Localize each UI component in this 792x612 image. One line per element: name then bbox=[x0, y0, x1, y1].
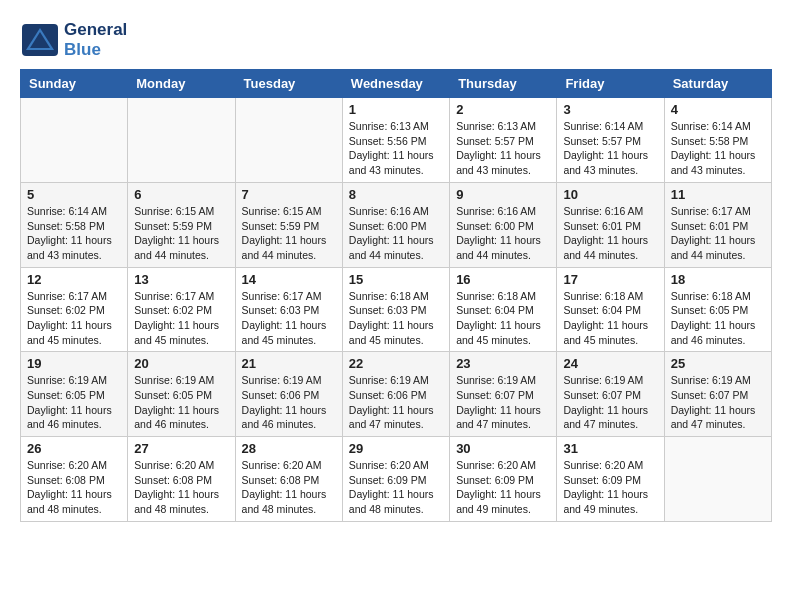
calendar-day-cell: 18Sunrise: 6:18 AM Sunset: 6:05 PM Dayli… bbox=[664, 267, 771, 352]
weekday-header-thursday: Thursday bbox=[450, 70, 557, 98]
day-info: Sunrise: 6:19 AM Sunset: 6:06 PM Dayligh… bbox=[349, 373, 443, 432]
day-number: 12 bbox=[27, 272, 121, 287]
day-info: Sunrise: 6:16 AM Sunset: 6:01 PM Dayligh… bbox=[563, 204, 657, 263]
weekday-header-wednesday: Wednesday bbox=[342, 70, 449, 98]
day-info: Sunrise: 6:20 AM Sunset: 6:08 PM Dayligh… bbox=[242, 458, 336, 517]
weekday-header-row: SundayMondayTuesdayWednesdayThursdayFrid… bbox=[21, 70, 772, 98]
day-number: 29 bbox=[349, 441, 443, 456]
day-info: Sunrise: 6:13 AM Sunset: 5:56 PM Dayligh… bbox=[349, 119, 443, 178]
day-info: Sunrise: 6:15 AM Sunset: 5:59 PM Dayligh… bbox=[134, 204, 228, 263]
logo: General Blue bbox=[20, 20, 127, 59]
calendar-day-cell: 17Sunrise: 6:18 AM Sunset: 6:04 PM Dayli… bbox=[557, 267, 664, 352]
day-info: Sunrise: 6:20 AM Sunset: 6:08 PM Dayligh… bbox=[134, 458, 228, 517]
day-number: 25 bbox=[671, 356, 765, 371]
calendar-day-cell: 10Sunrise: 6:16 AM Sunset: 6:01 PM Dayli… bbox=[557, 182, 664, 267]
calendar-empty-cell bbox=[21, 98, 128, 183]
logo-line1: General bbox=[64, 20, 127, 40]
day-info: Sunrise: 6:17 AM Sunset: 6:03 PM Dayligh… bbox=[242, 289, 336, 348]
day-number: 13 bbox=[134, 272, 228, 287]
calendar-day-cell: 2Sunrise: 6:13 AM Sunset: 5:57 PM Daylig… bbox=[450, 98, 557, 183]
calendar-day-cell: 20Sunrise: 6:19 AM Sunset: 6:05 PM Dayli… bbox=[128, 352, 235, 437]
day-info: Sunrise: 6:18 AM Sunset: 6:04 PM Dayligh… bbox=[456, 289, 550, 348]
day-info: Sunrise: 6:19 AM Sunset: 6:07 PM Dayligh… bbox=[563, 373, 657, 432]
day-number: 19 bbox=[27, 356, 121, 371]
day-number: 23 bbox=[456, 356, 550, 371]
calendar-day-cell: 23Sunrise: 6:19 AM Sunset: 6:07 PM Dayli… bbox=[450, 352, 557, 437]
calendar-day-cell: 13Sunrise: 6:17 AM Sunset: 6:02 PM Dayli… bbox=[128, 267, 235, 352]
calendar-day-cell: 12Sunrise: 6:17 AM Sunset: 6:02 PM Dayli… bbox=[21, 267, 128, 352]
day-number: 8 bbox=[349, 187, 443, 202]
weekday-header-friday: Friday bbox=[557, 70, 664, 98]
calendar-day-cell: 15Sunrise: 6:18 AM Sunset: 6:03 PM Dayli… bbox=[342, 267, 449, 352]
calendar-day-cell: 14Sunrise: 6:17 AM Sunset: 6:03 PM Dayli… bbox=[235, 267, 342, 352]
day-number: 20 bbox=[134, 356, 228, 371]
calendar-day-cell: 3Sunrise: 6:14 AM Sunset: 5:57 PM Daylig… bbox=[557, 98, 664, 183]
calendar-day-cell: 26Sunrise: 6:20 AM Sunset: 6:08 PM Dayli… bbox=[21, 437, 128, 522]
calendar-day-cell: 16Sunrise: 6:18 AM Sunset: 6:04 PM Dayli… bbox=[450, 267, 557, 352]
calendar-week-row: 1Sunrise: 6:13 AM Sunset: 5:56 PM Daylig… bbox=[21, 98, 772, 183]
calendar-day-cell: 7Sunrise: 6:15 AM Sunset: 5:59 PM Daylig… bbox=[235, 182, 342, 267]
day-info: Sunrise: 6:17 AM Sunset: 6:02 PM Dayligh… bbox=[27, 289, 121, 348]
calendar-week-row: 5Sunrise: 6:14 AM Sunset: 5:58 PM Daylig… bbox=[21, 182, 772, 267]
calendar-day-cell: 9Sunrise: 6:16 AM Sunset: 6:00 PM Daylig… bbox=[450, 182, 557, 267]
day-info: Sunrise: 6:18 AM Sunset: 6:05 PM Dayligh… bbox=[671, 289, 765, 348]
calendar-day-cell: 4Sunrise: 6:14 AM Sunset: 5:58 PM Daylig… bbox=[664, 98, 771, 183]
day-number: 9 bbox=[456, 187, 550, 202]
day-number: 22 bbox=[349, 356, 443, 371]
day-info: Sunrise: 6:19 AM Sunset: 6:06 PM Dayligh… bbox=[242, 373, 336, 432]
day-number: 3 bbox=[563, 102, 657, 117]
day-number: 5 bbox=[27, 187, 121, 202]
day-number: 24 bbox=[563, 356, 657, 371]
page-header: General Blue bbox=[20, 20, 772, 59]
day-info: Sunrise: 6:17 AM Sunset: 6:01 PM Dayligh… bbox=[671, 204, 765, 263]
day-info: Sunrise: 6:16 AM Sunset: 6:00 PM Dayligh… bbox=[349, 204, 443, 263]
day-number: 14 bbox=[242, 272, 336, 287]
day-number: 28 bbox=[242, 441, 336, 456]
day-info: Sunrise: 6:19 AM Sunset: 6:05 PM Dayligh… bbox=[134, 373, 228, 432]
weekday-header-monday: Monday bbox=[128, 70, 235, 98]
calendar-day-cell: 28Sunrise: 6:20 AM Sunset: 6:08 PM Dayli… bbox=[235, 437, 342, 522]
weekday-header-tuesday: Tuesday bbox=[235, 70, 342, 98]
day-number: 27 bbox=[134, 441, 228, 456]
day-info: Sunrise: 6:19 AM Sunset: 6:07 PM Dayligh… bbox=[456, 373, 550, 432]
calendar-day-cell: 25Sunrise: 6:19 AM Sunset: 6:07 PM Dayli… bbox=[664, 352, 771, 437]
calendar-day-cell: 22Sunrise: 6:19 AM Sunset: 6:06 PM Dayli… bbox=[342, 352, 449, 437]
day-info: Sunrise: 6:14 AM Sunset: 5:58 PM Dayligh… bbox=[27, 204, 121, 263]
day-info: Sunrise: 6:20 AM Sunset: 6:09 PM Dayligh… bbox=[349, 458, 443, 517]
calendar-week-row: 26Sunrise: 6:20 AM Sunset: 6:08 PM Dayli… bbox=[21, 437, 772, 522]
day-info: Sunrise: 6:20 AM Sunset: 6:09 PM Dayligh… bbox=[563, 458, 657, 517]
day-number: 4 bbox=[671, 102, 765, 117]
calendar-week-row: 12Sunrise: 6:17 AM Sunset: 6:02 PM Dayli… bbox=[21, 267, 772, 352]
calendar-empty-cell bbox=[664, 437, 771, 522]
calendar-day-cell: 21Sunrise: 6:19 AM Sunset: 6:06 PM Dayli… bbox=[235, 352, 342, 437]
calendar-empty-cell bbox=[235, 98, 342, 183]
day-number: 18 bbox=[671, 272, 765, 287]
day-info: Sunrise: 6:13 AM Sunset: 5:57 PM Dayligh… bbox=[456, 119, 550, 178]
calendar-day-cell: 8Sunrise: 6:16 AM Sunset: 6:00 PM Daylig… bbox=[342, 182, 449, 267]
weekday-header-sunday: Sunday bbox=[21, 70, 128, 98]
calendar-day-cell: 24Sunrise: 6:19 AM Sunset: 6:07 PM Dayli… bbox=[557, 352, 664, 437]
calendar-day-cell: 19Sunrise: 6:19 AM Sunset: 6:05 PM Dayli… bbox=[21, 352, 128, 437]
day-number: 21 bbox=[242, 356, 336, 371]
day-info: Sunrise: 6:14 AM Sunset: 5:58 PM Dayligh… bbox=[671, 119, 765, 178]
calendar-day-cell: 11Sunrise: 6:17 AM Sunset: 6:01 PM Dayli… bbox=[664, 182, 771, 267]
day-number: 1 bbox=[349, 102, 443, 117]
day-number: 31 bbox=[563, 441, 657, 456]
day-info: Sunrise: 6:19 AM Sunset: 6:05 PM Dayligh… bbox=[27, 373, 121, 432]
calendar-day-cell: 27Sunrise: 6:20 AM Sunset: 6:08 PM Dayli… bbox=[128, 437, 235, 522]
day-number: 2 bbox=[456, 102, 550, 117]
day-number: 26 bbox=[27, 441, 121, 456]
day-number: 7 bbox=[242, 187, 336, 202]
logo-icon bbox=[20, 22, 60, 58]
day-info: Sunrise: 6:15 AM Sunset: 5:59 PM Dayligh… bbox=[242, 204, 336, 263]
logo-line2: Blue bbox=[64, 40, 127, 60]
day-info: Sunrise: 6:20 AM Sunset: 6:08 PM Dayligh… bbox=[27, 458, 121, 517]
day-number: 17 bbox=[563, 272, 657, 287]
day-number: 6 bbox=[134, 187, 228, 202]
day-info: Sunrise: 6:17 AM Sunset: 6:02 PM Dayligh… bbox=[134, 289, 228, 348]
day-number: 10 bbox=[563, 187, 657, 202]
day-info: Sunrise: 6:20 AM Sunset: 6:09 PM Dayligh… bbox=[456, 458, 550, 517]
day-number: 30 bbox=[456, 441, 550, 456]
calendar-day-cell: 30Sunrise: 6:20 AM Sunset: 6:09 PM Dayli… bbox=[450, 437, 557, 522]
calendar-empty-cell bbox=[128, 98, 235, 183]
